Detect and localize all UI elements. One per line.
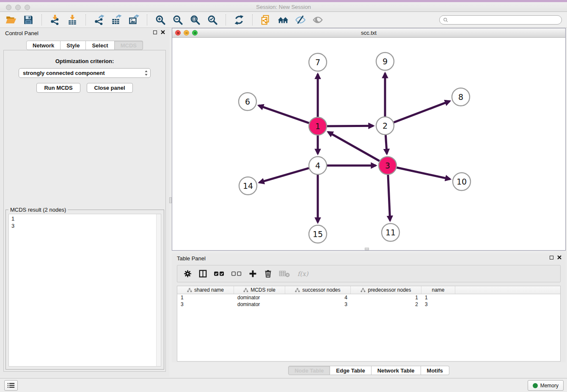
- tab-node-table[interactable]: Node Table: [288, 366, 330, 375]
- table-cell[interactable]: 1: [351, 294, 421, 301]
- tab-network[interactable]: Network: [26, 41, 61, 50]
- tab-network-table[interactable]: Network Table: [372, 366, 421, 375]
- memory-button[interactable]: Memory: [528, 380, 564, 391]
- open-session-button[interactable]: [5, 14, 17, 26]
- stepper-icon: [144, 70, 148, 76]
- search-input[interactable]: [450, 17, 558, 23]
- houses-button[interactable]: [277, 14, 289, 26]
- float-table-panel-icon[interactable]: [550, 256, 553, 259]
- table-cell[interactable]: dominator: [234, 301, 285, 308]
- table-cell[interactable]: 3: [421, 301, 455, 308]
- graph-node-7[interactable]: 7: [309, 53, 327, 71]
- tab-motifs[interactable]: Motifs: [421, 366, 449, 375]
- table-panel: Table Panel f(x) shared nameMCDS rolesuc…: [172, 253, 566, 362]
- toggle-panel-button[interactable]: [198, 269, 207, 278]
- save-session-button[interactable]: [22, 14, 34, 26]
- column-header-name[interactable]: name: [421, 286, 455, 294]
- zoom-selected-button[interactable]: [206, 14, 218, 26]
- tab-select[interactable]: Select: [86, 41, 114, 50]
- export-network-button[interactable]: [93, 14, 105, 26]
- select-all-rows-button[interactable]: [214, 269, 225, 278]
- horizontal-splitter-handle[interactable]: [365, 248, 369, 250]
- graph-node-8[interactable]: 8: [452, 88, 470, 106]
- graph-node-1[interactable]: 1: [309, 117, 327, 135]
- table-panel-title: Table Panel: [177, 255, 206, 262]
- import-network-button[interactable]: [49, 14, 61, 26]
- graph-node-2[interactable]: 2: [376, 117, 394, 135]
- tree-icon: [295, 288, 300, 293]
- function-builder-icon: f(x): [296, 269, 311, 278]
- svg-text:f(x): f(x): [297, 270, 309, 278]
- network-window-titlebar[interactable]: scc.txt: [172, 28, 565, 38]
- graph-edge-4-14[interactable]: [259, 168, 309, 182]
- zoom-out-button[interactable]: [172, 14, 184, 26]
- clone-network-button[interactable]: [260, 14, 272, 26]
- graph-node-4[interactable]: 4: [309, 157, 327, 174]
- mcds-panel: Optimization criterion: strongly connect…: [3, 50, 166, 372]
- graph-edge-2-3[interactable]: [385, 135, 387, 154]
- graph-edge-3-10[interactable]: [397, 168, 450, 179]
- table-cell[interactable]: 3: [177, 301, 234, 308]
- zoom-in-button[interactable]: [154, 14, 166, 26]
- graph-edge-1-6[interactable]: [259, 105, 309, 123]
- hide-selected-button[interactable]: [295, 14, 306, 26]
- tree-icon: [187, 288, 192, 293]
- graph-edge-1-2[interactable]: [327, 126, 373, 126]
- control-panel-title: Control Panel: [5, 30, 39, 36]
- run-mcds-button[interactable]: Run MCDS: [36, 83, 80, 93]
- graph-node-11[interactable]: 11: [382, 224, 399, 241]
- criterion-select[interactable]: strongly connected component: [19, 68, 151, 78]
- delete-column-button[interactable]: [264, 269, 272, 278]
- table-settings-button[interactable]: [183, 269, 192, 278]
- mcds-result-area[interactable]: 13: [8, 214, 161, 367]
- column-header-shared-name[interactable]: shared name: [177, 286, 234, 294]
- toolbar-divider: [85, 14, 86, 25]
- tab-mcds[interactable]: MCDS: [115, 41, 143, 50]
- table-toolbar: f(x): [177, 265, 561, 282]
- graph-edge-2-8[interactable]: [394, 101, 450, 122]
- column-header-label: MCDS role: [250, 287, 275, 293]
- close-panel-icon[interactable]: [161, 30, 165, 34]
- svg-text:11: 11: [385, 228, 396, 237]
- column-header-successor-nodes[interactable]: successor nodes: [285, 286, 351, 294]
- table-row[interactable]: 1dominator411: [177, 294, 560, 301]
- task-history-button[interactable]: [4, 380, 18, 391]
- delete-table-icon: [279, 269, 290, 278]
- table-cell[interactable]: 1: [421, 294, 455, 301]
- table-cell[interactable]: 4: [285, 294, 351, 301]
- table-cell[interactable]: 1: [177, 294, 234, 301]
- zoom-fit-button[interactable]: [189, 14, 201, 26]
- apply-layout-button[interactable]: [233, 14, 245, 26]
- export-table-icon: [111, 14, 122, 25]
- table-cell[interactable]: 2: [351, 301, 421, 308]
- import-table-button[interactable]: [66, 14, 78, 26]
- table-cell[interactable]: 3: [285, 301, 351, 308]
- column-header-predecessor-nodes[interactable]: predecessor nodes: [351, 286, 421, 294]
- graph-node-3[interactable]: 3: [379, 157, 396, 174]
- export-table-button[interactable]: [110, 14, 122, 26]
- table-row[interactable]: 3dominator323: [177, 301, 560, 308]
- graph-node-9[interactable]: 9: [376, 52, 394, 70]
- result-scrollbar[interactable]: [156, 214, 161, 366]
- graph-node-6[interactable]: 6: [239, 93, 256, 110]
- graph-edge-3-1[interactable]: [328, 132, 379, 161]
- column-header-MCDS-role[interactable]: MCDS role: [234, 286, 285, 294]
- table-cell[interactable]: dominator: [234, 294, 285, 301]
- float-panel-icon[interactable]: [153, 30, 157, 34]
- network-window-title: scc.txt: [172, 30, 565, 36]
- close-panel-button[interactable]: Close panel: [87, 83, 133, 93]
- graph-node-14[interactable]: 14: [239, 177, 257, 195]
- tab-style[interactable]: Style: [61, 41, 86, 50]
- graph-node-15[interactable]: 15: [309, 225, 327, 243]
- close-table-panel-icon[interactable]: [557, 255, 561, 259]
- deselect-all-rows-button[interactable]: [231, 269, 242, 278]
- session-title: Session: New Session: [0, 2, 567, 12]
- export-image-button[interactable]: [128, 14, 140, 26]
- clone-network-icon: [260, 14, 271, 25]
- tab-edge-table[interactable]: Edge Table: [330, 366, 371, 375]
- graph-edge-3-11[interactable]: [388, 175, 390, 221]
- graph-node-10[interactable]: 10: [453, 173, 471, 190]
- network-canvas[interactable]: 1234678910111415: [172, 38, 565, 250]
- add-column-button[interactable]: [248, 269, 257, 278]
- search-box[interactable]: [439, 15, 562, 25]
